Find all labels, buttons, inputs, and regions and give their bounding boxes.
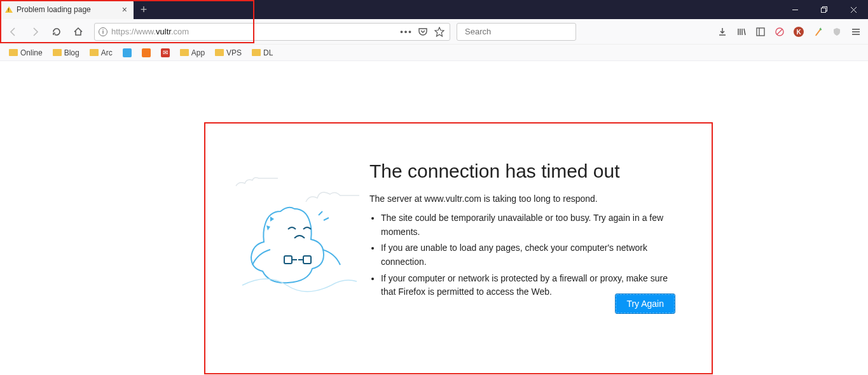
titlebar: Problem loading page × + <box>0 0 868 19</box>
window-minimize-button[interactable] <box>780 0 809 19</box>
menu-icon[interactable] <box>850 26 862 38</box>
home-button[interactable] <box>69 22 88 41</box>
shield-icon[interactable] <box>831 26 843 38</box>
bookmark-item[interactable]: Online <box>6 47 45 59</box>
bookmark-label: Arc <box>101 48 113 57</box>
url-bar[interactable]: i https://www.vultr.com ••• <box>94 23 450 41</box>
toolbar-right: K <box>717 26 862 38</box>
folder-icon <box>252 49 261 56</box>
svg-rect-7 <box>757 28 764 36</box>
svg-rect-16 <box>284 256 292 264</box>
downloads-icon[interactable] <box>717 26 728 38</box>
tab-strip: Problem loading page × + <box>0 0 154 19</box>
reload-button[interactable] <box>47 22 66 41</box>
bookmark-label: VPS <box>226 48 242 57</box>
try-again-button[interactable]: Try Again <box>616 294 675 313</box>
error-subtitle: The server at www.vultr.com is taking to… <box>369 194 675 204</box>
forward-button[interactable] <box>25 22 45 41</box>
bookmark-star-icon[interactable] <box>433 27 446 37</box>
close-tab-icon[interactable]: × <box>120 4 130 15</box>
folder-icon <box>53 49 62 56</box>
bookmark-item[interactable]: Blog <box>50 47 82 59</box>
window-close-button[interactable] <box>839 0 868 19</box>
error-title: The connection has timed out <box>369 160 675 182</box>
svg-rect-17 <box>303 256 311 264</box>
error-card: The connection has timed out The server … <box>204 122 713 321</box>
url-text: https://www.vultr.com <box>111 27 396 36</box>
warning-icon <box>5 6 13 13</box>
block-icon[interactable] <box>774 26 785 38</box>
tab-title: Problem loading page <box>17 5 116 14</box>
extension-carrot-icon[interactable] <box>812 26 823 38</box>
svg-line-20 <box>319 211 322 215</box>
svg-text:K: K <box>796 28 801 35</box>
error-suggestion-list: The site could be temporarily unavailabl… <box>369 211 675 299</box>
search-input[interactable] <box>465 27 572 36</box>
new-tab-button[interactable]: + <box>134 0 154 19</box>
folder-icon <box>215 49 224 56</box>
blue-bookmark-icon <box>123 48 132 57</box>
window-restore-button[interactable] <box>809 0 839 19</box>
bookmark-item[interactable]: Arc <box>87 47 115 59</box>
folder-icon <box>90 49 99 56</box>
folder-icon <box>180 49 189 56</box>
bookmark-item[interactable]: ✉ <box>158 47 172 59</box>
bookmarks-bar: OnlineBlogArc✉AppVPSDL <box>0 45 868 61</box>
page-content: The connection has timed out The server … <box>0 61 868 375</box>
error-suggestion: If you are unable to load any pages, che… <box>381 241 675 269</box>
svg-line-21 <box>324 218 329 220</box>
navbar: i https://www.vultr.com ••• K <box>0 19 868 45</box>
bookmark-label: Blog <box>64 48 79 57</box>
bookmark-item[interactable] <box>120 47 134 59</box>
error-body: The connection has timed out The server … <box>369 160 675 302</box>
svg-line-10 <box>777 29 782 34</box>
site-info-icon[interactable]: i <box>99 27 107 36</box>
sidebar-icon[interactable] <box>755 26 766 38</box>
svg-rect-2 <box>821 8 825 12</box>
bookmark-item[interactable]: App <box>177 47 207 59</box>
tab[interactable]: Problem loading page × <box>0 0 134 19</box>
bookmark-item[interactable]: VPS <box>212 47 244 59</box>
bookmark-item[interactable] <box>139 47 153 59</box>
bookmark-label: Online <box>20 48 43 57</box>
extension-k-icon[interactable]: K <box>793 26 804 38</box>
bookmark-item[interactable]: DL <box>249 47 275 59</box>
bookmark-label: App <box>191 48 205 57</box>
library-icon[interactable] <box>736 26 747 38</box>
bookmark-label: DL <box>263 48 273 57</box>
search-bar[interactable] <box>457 23 576 41</box>
pocket-icon[interactable] <box>417 27 429 37</box>
orange-bookmark-icon <box>142 48 151 57</box>
red-bookmark-icon: ✉ <box>161 48 170 57</box>
page-actions-icon[interactable]: ••• <box>400 27 413 36</box>
back-button[interactable] <box>4 22 23 41</box>
error-suggestion: The site could be temporarily unavailabl… <box>381 211 675 239</box>
folder-icon <box>9 49 18 56</box>
error-illustration <box>230 160 363 302</box>
